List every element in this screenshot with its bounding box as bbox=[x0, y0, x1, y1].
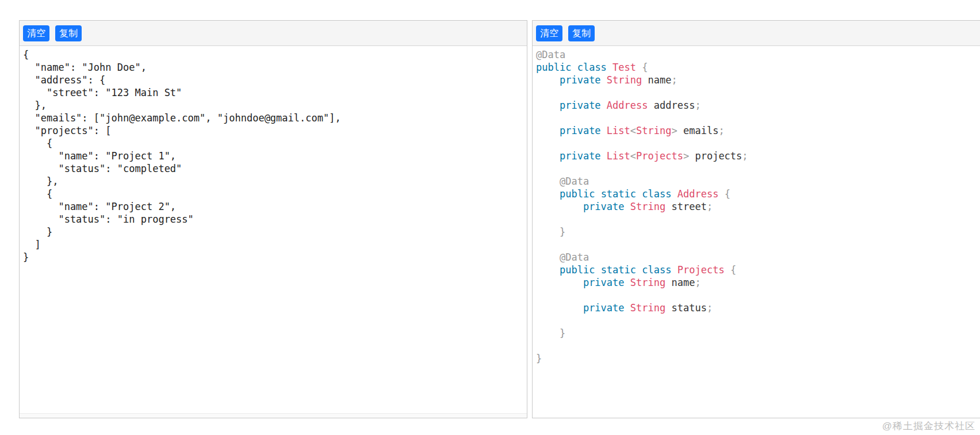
json-input[interactable]: { "name": "John Doe", "address": { "stre… bbox=[20, 46, 527, 266]
java-output-panel: 清空 复制 @Data public class Test { private … bbox=[532, 20, 980, 418]
copy-button[interactable]: 复制 bbox=[568, 25, 595, 41]
horizontal-scrollbar[interactable] bbox=[20, 413, 527, 418]
java-output-content: @Data public class Test { private String… bbox=[533, 46, 980, 418]
clear-button[interactable]: 清空 bbox=[23, 25, 49, 41]
json-input-content: { "name": "John Doe", "address": { "stre… bbox=[20, 46, 527, 418]
copy-button[interactable]: 复制 bbox=[55, 25, 82, 41]
code-output: @Data public class Test { private String… bbox=[533, 46, 980, 367]
clear-button[interactable]: 清空 bbox=[536, 25, 562, 41]
json-input-toolbar: 清空 复制 bbox=[20, 21, 527, 46]
watermark: @稀土掘金技术社区 bbox=[882, 419, 975, 433]
json-input-panel: 清空 复制 { "name": "John Doe", "address": {… bbox=[19, 20, 527, 418]
java-output-toolbar: 清空 复制 bbox=[533, 21, 980, 46]
